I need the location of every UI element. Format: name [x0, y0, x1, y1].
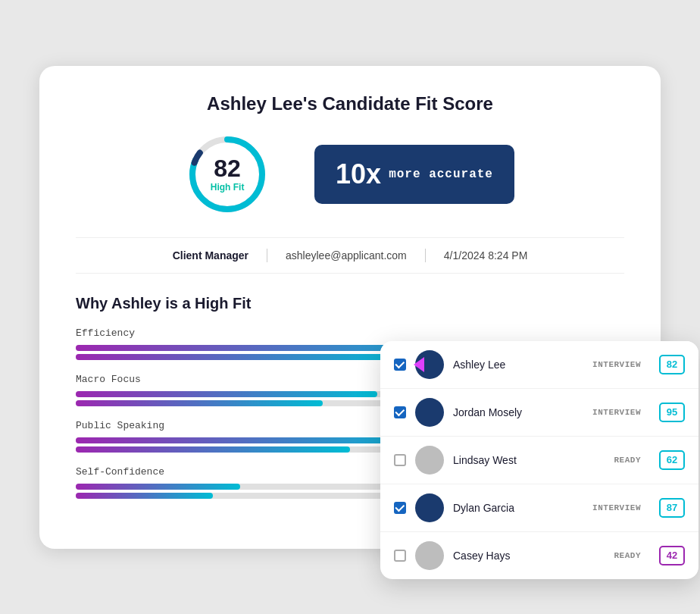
bar-fill-4 [76, 484, 240, 490]
score-section: 82 High Fit 10x more accurate [76, 133, 624, 216]
bar-fill-2b [76, 400, 323, 406]
skill-name-efficiency: Efficiency [76, 327, 624, 339]
score-label: High Fit [211, 182, 245, 193]
candidate-row-dylan[interactable]: Dylan Garcia INTERVIEW 87 [380, 484, 698, 532]
checkbox-jordan[interactable] [394, 406, 406, 418]
checkbox-dylan[interactable] [394, 502, 406, 514]
candidate-score-dylan: 87 [659, 498, 685, 518]
score-circle-wrapper: 82 High Fit [186, 133, 269, 216]
candidate-status-lindsay: READY [614, 456, 641, 465]
candidate-score-lindsay: 62 [659, 450, 685, 470]
candidate-name-jordan: Jordan Mosely [453, 406, 583, 418]
bar-fill-3b [76, 446, 350, 453]
accuracy-number: 10x [336, 158, 381, 190]
candidate-row-lindsay[interactable]: Lindsay West READY 62 [380, 437, 698, 484]
candidate-panel: Ashley Lee INTERVIEW 82 Jordan Mosely IN… [380, 341, 698, 579]
avatar-dylan [415, 493, 444, 522]
candidate-row-casey[interactable]: Casey Hays READY 42 [380, 532, 698, 579]
candidate-score-casey: 42 [659, 546, 685, 565]
candidate-status-casey: READY [614, 551, 641, 560]
candidate-status-jordan: INTERVIEW [592, 408, 641, 417]
main-card: Ashley Lee's Candidate Fit Score 82 H [39, 66, 661, 549]
checkbox-ashley[interactable] [394, 359, 406, 371]
why-title: Why Ashley is a High Fit [76, 295, 624, 312]
divider [267, 249, 267, 262]
candidate-row-ashley[interactable]: Ashley Lee INTERVIEW 82 [380, 341, 698, 389]
avatar-casey [415, 541, 444, 570]
divider2 [425, 249, 426, 262]
checkbox-lindsay[interactable] [394, 454, 406, 466]
avatar-jordan [415, 398, 444, 427]
candidate-role: Client Manager [173, 249, 248, 262]
score-text: 82 High Fit [211, 156, 245, 193]
accuracy-text: more accurate [389, 168, 493, 181]
candidate-status-dylan: INTERVIEW [592, 503, 641, 512]
checkbox-casey[interactable] [394, 550, 406, 562]
candidate-score-jordan: 95 [659, 403, 685, 422]
candidate-score-ashley: 82 [659, 355, 685, 374]
bar-fill-1b [76, 354, 405, 360]
candidate-name-casey: Casey Hays [453, 550, 605, 562]
candidate-email: ashleylee@applicant.com [286, 249, 407, 262]
page-title: Ashley Lee's Candidate Fit Score [76, 93, 624, 114]
info-row: Client Manager ashleylee@applicant.com 4… [76, 237, 624, 274]
candidate-datetime: 4/1/2024 8:24 PM [444, 249, 528, 262]
candidate-status-ashley: INTERVIEW [592, 360, 641, 369]
candidate-name-ashley: Ashley Lee [453, 359, 583, 371]
bar-fill-3 [76, 437, 433, 443]
page-wrapper: Ashley Lee's Candidate Fit Score 82 H [39, 66, 661, 549]
score-circle: 82 High Fit [186, 133, 269, 216]
avatar-lindsay [415, 446, 444, 475]
bar-fill-4b [76, 493, 213, 499]
candidate-name-dylan: Dylan Garcia [453, 502, 583, 514]
candidate-row-jordan[interactable]: Jordan Mosely INTERVIEW 95 [380, 389, 698, 437]
pointer-arrow [414, 357, 424, 372]
candidate-name-lindsay: Lindsay West [453, 454, 605, 466]
accuracy-badge: 10x more accurate [314, 145, 514, 204]
score-number: 82 [211, 156, 245, 180]
bar-fill-2 [76, 391, 377, 397]
